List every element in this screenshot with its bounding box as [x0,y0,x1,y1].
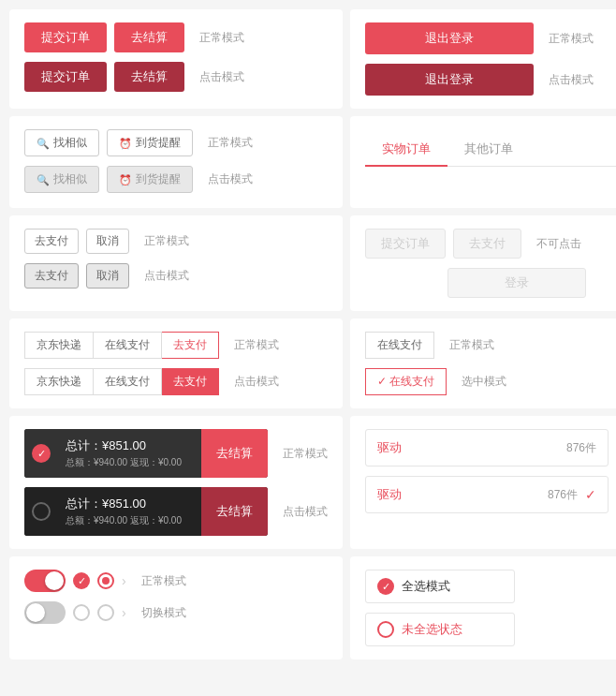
checkout-check-active [24,487,58,536]
submit-order-button-normal[interactable]: 提交订单 [24,22,107,52]
checkout-bar-active: 总计：¥851.00 总额：¥940.00 返现：¥0.00 去结算 [24,487,268,536]
controls-normal-mode-label: 正常模式 [141,573,186,589]
list-item-label-normal: 驱动 [377,439,402,456]
partial-select-label: 未全选状态 [402,621,462,638]
select-all-label: 全选模式 [402,578,450,595]
controls-switch-mode-label: 切换模式 [141,605,186,621]
toggle-slider-on [24,570,66,592]
tab-other-order[interactable]: 其他订单 [447,133,530,167]
go-pay-normal[interactable]: 去支付 [162,332,219,359]
list-item-active[interactable]: 驱动 876件 ✓ [365,476,609,513]
icon-click-mode-label: 点击模式 [208,171,253,187]
logout-normal-mode-label: 正常模式 [549,31,594,47]
segment-right-selected-label: 选中模式 [462,374,506,390]
clock-icon [119,137,132,150]
checkout-normal-mode-label: 正常模式 [283,446,328,462]
cancel-button-normal[interactable]: 取消 [86,229,129,254]
segment-click-mode-label: 点击模式 [234,374,279,390]
online-pay-normal[interactable]: 在线支付 [94,332,162,359]
chevron-right-icon-2[interactable]: › [122,605,126,620]
partial-select-row[interactable]: 未全选状态 [365,613,515,646]
not-clickable-label: 不可点击 [536,236,581,252]
logout-click-mode-label: 点击模式 [549,72,594,88]
jd-express-normal[interactable]: 京东快递 [24,332,94,359]
total-label: 总计：¥851.00 [66,437,194,454]
arrive-label-active: 到货提醒 [136,171,181,187]
radio-filled[interactable] [97,572,114,589]
list-item-count-active: 876件 [548,487,578,503]
arrive-button-active[interactable]: 到货提醒 [107,166,193,193]
jd-express-active[interactable]: 京东快递 [24,368,94,395]
select-all-row[interactable]: ✓ 全选模式 [365,570,515,603]
check-circle-empty [32,502,51,521]
checkout-info-active: 总计：¥851.00 总额：¥940.00 返现：¥0.00 [58,492,201,531]
segment-group-active: 京东快递 在线支付 去支付 [24,368,219,395]
checkout-submit-normal[interactable]: 去结算 [201,429,268,478]
online-pay-right-normal[interactable]: 在线支付 [365,332,434,359]
segment-group-normal: 京东快递 在线支付 去支付 [24,332,219,359]
check-circle-filled: ✓ [32,444,51,463]
checkout-check-normal: ✓ [24,429,58,478]
click-mode-label: 点击模式 [199,69,244,85]
toggle-slider-off [24,601,66,624]
list-item-normal[interactable]: 驱动 876件 [365,429,609,466]
online-pay-active[interactable]: 在线支付 [94,368,162,395]
total-sub-active: 总额：¥940.00 返现：¥0.00 [66,514,194,527]
checkout-bar-normal: ✓ 总计：¥851.00 总额：¥940.00 返现：¥0.00 去结算 [24,429,268,478]
checkout-submit-active[interactable]: 去结算 [201,487,268,536]
tab-physical-order[interactable]: 实物订单 [365,133,447,167]
pay-button-active[interactable]: 去支付 [24,263,79,289]
checkout-button-normal[interactable]: 去结算 [114,22,184,52]
list-item-label-active: 驱动 [377,486,402,503]
select-all-check: ✓ [377,578,394,595]
icon-normal-mode-label: 正常模式 [208,135,253,151]
segment-right-selected: ✓ 在线支付 [365,368,447,395]
similar-button-normal[interactable]: 找相似 [24,129,99,156]
search-icon [37,137,50,150]
total-label-active: 总计：¥851.00 [66,496,194,512]
pay-disabled: 去支付 [453,229,521,259]
search-icon-active [37,173,50,186]
submit-order-button-active[interactable]: 提交订单 [24,62,107,92]
checkout-info-normal: 总计：¥851.00 总额：¥940.00 返现：¥0.00 [58,434,201,473]
similar-label-active: 找相似 [53,171,87,187]
segment-right-normal-label: 正常模式 [449,337,494,353]
online-pay-right-selected[interactable]: ✓ 在线支付 [365,368,447,395]
tab-group: 实物订单 其他订单 [365,133,616,167]
normal-mode-label: 正常模式 [199,30,244,46]
total-sub: 总额：¥940.00 返现：¥0.00 [66,456,194,469]
clock-icon-active [119,173,132,186]
logout-button-active[interactable]: 退出登录 [365,64,534,96]
go-pay-active[interactable]: 去支付 [162,368,219,395]
list-item-check-icon: ✓ [585,487,596,502]
check-icon: ✓ [377,375,387,388]
arrive-label: 到货提醒 [136,135,181,151]
toggle-on[interactable] [24,570,66,592]
toggle-off[interactable] [24,601,66,624]
arrive-button-normal[interactable]: 到货提醒 [107,129,193,156]
login-disabled: 登录 [447,268,586,298]
radio-empty-1[interactable] [73,604,90,621]
radio-empty-2[interactable] [97,604,114,621]
similar-label: 找相似 [53,135,87,151]
segment-normal-mode-label: 正常模式 [234,337,279,353]
similar-button-active[interactable]: 找相似 [24,166,99,193]
partial-select-check [377,621,394,638]
list-item-count-normal: 876件 [566,440,596,456]
cancel-button-active[interactable]: 取消 [86,263,129,289]
checkbox-checked[interactable]: ✓ [73,572,90,589]
checkout-click-mode-label: 点击模式 [283,504,328,520]
submit-disabled: 提交订单 [365,229,446,259]
segment-right-normal: 在线支付 [365,332,434,359]
outline-click-mode-label: 点击模式 [144,268,189,284]
logout-button-normal[interactable]: 退出登录 [365,22,534,54]
chevron-right-icon[interactable]: › [122,573,126,588]
outline-normal-mode-label: 正常模式 [144,233,189,249]
pay-button-normal[interactable]: 去支付 [24,229,79,254]
checkout-button-active[interactable]: 去结算 [114,62,184,92]
